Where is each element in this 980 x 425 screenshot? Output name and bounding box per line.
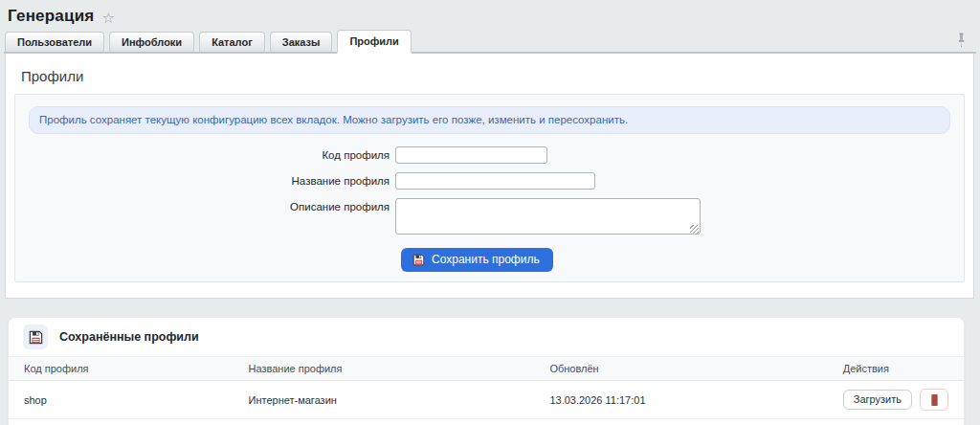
saved-profiles-title: Сохранённые профили bbox=[59, 330, 199, 344]
tab-infoblocks[interactable]: Инфоблоки bbox=[109, 32, 194, 52]
profile-code-label: Код профиля bbox=[29, 146, 395, 164]
save-profile-button[interactable]: Сохранить профиль bbox=[401, 248, 553, 272]
column-header-code: Код профиля bbox=[9, 357, 234, 381]
pin-icon[interactable] bbox=[956, 33, 967, 53]
column-header-name: Название профиля bbox=[234, 357, 535, 381]
profile-code-cell: shop bbox=[9, 381, 234, 419]
profiles-tab-panel: Профили Профиль сохраняет текущую конфиг… bbox=[5, 54, 974, 299]
page-header: Генерация ☆ bbox=[0, 0, 980, 31]
profile-description-label: Описание профиля bbox=[29, 198, 395, 215]
table-row: shop Интернет-магазин 13.03.2026 11:17:0… bbox=[9, 381, 964, 419]
tab-users[interactable]: Пользователи bbox=[5, 32, 104, 52]
column-header-updated: Обновлён bbox=[534, 357, 827, 381]
profile-name-input[interactable] bbox=[395, 172, 595, 190]
profile-name-label: Название профиля bbox=[29, 172, 395, 190]
table-header-row: Код профиля Название профиля Обновлён Де… bbox=[9, 357, 964, 381]
profile-form-box: Профиль сохраняет текущую конфигурацию в… bbox=[14, 94, 965, 282]
floppy-disk-icon bbox=[23, 324, 48, 349]
column-header-actions: Действия bbox=[828, 357, 964, 381]
tab-strip: Пользователи Инфоблоки Каталог Заказы Пр… bbox=[0, 31, 980, 54]
save-profile-button-label: Сохранить профиль bbox=[432, 253, 540, 266]
profile-name-cell: Интернет-магазин bbox=[234, 381, 535, 419]
saved-profiles-table: Код профиля Название профиля Обновлён Де… bbox=[9, 356, 964, 419]
section-heading: Профили bbox=[21, 68, 966, 84]
card-footer-padding bbox=[9, 419, 964, 425]
profile-description-textarea[interactable] bbox=[395, 198, 701, 235]
tab-orders[interactable]: Заказы bbox=[270, 32, 333, 52]
favorite-star-icon[interactable]: ☆ bbox=[101, 11, 114, 25]
tab-catalog[interactable]: Каталог bbox=[199, 32, 265, 52]
delete-profile-button[interactable] bbox=[920, 389, 948, 411]
load-profile-button[interactable]: Загрузить bbox=[843, 390, 912, 410]
profile-updated-cell: 13.03.2026 11:17:01 bbox=[534, 381, 827, 419]
trash-icon bbox=[931, 394, 938, 406]
floppy-disk-icon bbox=[412, 254, 425, 266]
tab-profiles[interactable]: Профили bbox=[337, 30, 411, 54]
page-title: Генерация bbox=[8, 7, 94, 26]
profile-form: Код профиля Название профиля Описание пр… bbox=[29, 146, 950, 272]
saved-profiles-header: Сохранённые профили bbox=[9, 318, 964, 356]
profile-notice: Профиль сохраняет текущую конфигурацию в… bbox=[29, 106, 950, 134]
profile-code-input[interactable] bbox=[395, 146, 547, 164]
saved-profiles-card: Сохранённые профили Код профиля Название… bbox=[8, 317, 965, 425]
textarea-resize-grip[interactable] bbox=[690, 225, 699, 234]
